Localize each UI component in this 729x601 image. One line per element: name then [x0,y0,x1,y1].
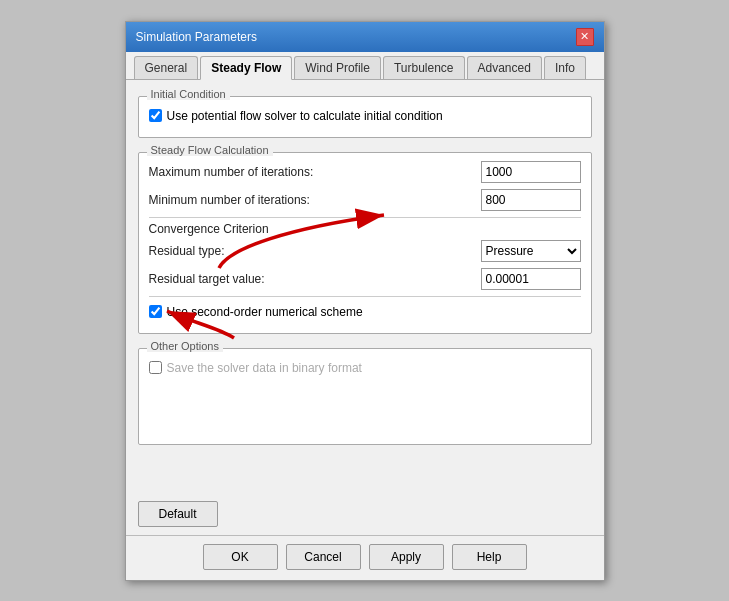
min-iterations-input[interactable] [481,189,581,211]
steady-flow-group: Steady Flow Calculation Maximum number o… [138,152,592,334]
binary-format-checkbox-row: Save the solver data in binary format [149,357,581,379]
min-iterations-label: Minimum number of iterations: [149,193,481,207]
title-bar: Simulation Parameters ✕ [126,22,604,52]
residual-target-row: Residual target value: [149,268,581,290]
residual-type-select[interactable]: Pressure Velocity Both [481,240,581,262]
residual-type-label: Residual type: [149,244,481,258]
initial-condition-checkbox[interactable] [149,109,162,122]
convergence-label: Convergence Criterion [149,222,581,236]
dialog-title: Simulation Parameters [136,30,257,44]
second-order-checkbox[interactable] [149,305,162,318]
tab-bar: General Steady Flow Wind Profile Turbule… [126,52,604,80]
second-order-label: Use second-order numerical scheme [167,305,363,319]
max-iterations-label: Maximum number of iterations: [149,165,481,179]
residual-target-input[interactable] [481,268,581,290]
ok-button[interactable]: OK [203,544,278,570]
tab-content: Initial Condition Use potential flow sol… [126,80,604,493]
simulation-parameters-dialog: Simulation Parameters ✕ General Steady F… [125,21,605,581]
separator2 [149,296,581,297]
cancel-button[interactable]: Cancel [286,544,361,570]
apply-button[interactable]: Apply [369,544,444,570]
other-options-label: Other Options [147,340,223,352]
separator [149,217,581,218]
button-row: OK Cancel Apply Help [126,535,604,580]
help-button[interactable]: Help [452,544,527,570]
bottom-area: Default [126,493,604,535]
max-iterations-input[interactable] [481,161,581,183]
residual-target-label: Residual target value: [149,272,481,286]
second-order-checkbox-row: Use second-order numerical scheme [149,301,581,323]
initial-condition-group: Initial Condition Use potential flow sol… [138,96,592,138]
initial-condition-label: Initial Condition [147,88,230,100]
min-iterations-row: Minimum number of iterations: [149,189,581,211]
tab-turbulence[interactable]: Turbulence [383,56,465,79]
tab-advanced[interactable]: Advanced [467,56,542,79]
initial-condition-checkbox-label: Use potential flow solver to calculate i… [167,109,443,123]
default-button[interactable]: Default [138,501,218,527]
other-options-group: Other Options Save the solver data in bi… [138,348,592,445]
tab-info[interactable]: Info [544,56,586,79]
residual-type-row: Residual type: Pressure Velocity Both [149,240,581,262]
max-iterations-row: Maximum number of iterations: [149,161,581,183]
initial-condition-checkbox-row: Use potential flow solver to calculate i… [149,105,581,127]
tab-general[interactable]: General [134,56,199,79]
binary-format-label: Save the solver data in binary format [167,361,362,375]
close-button[interactable]: ✕ [576,28,594,46]
binary-format-checkbox[interactable] [149,361,162,374]
steady-flow-group-label: Steady Flow Calculation [147,144,273,156]
tab-wind-profile[interactable]: Wind Profile [294,56,381,79]
tab-steady-flow[interactable]: Steady Flow [200,56,292,80]
